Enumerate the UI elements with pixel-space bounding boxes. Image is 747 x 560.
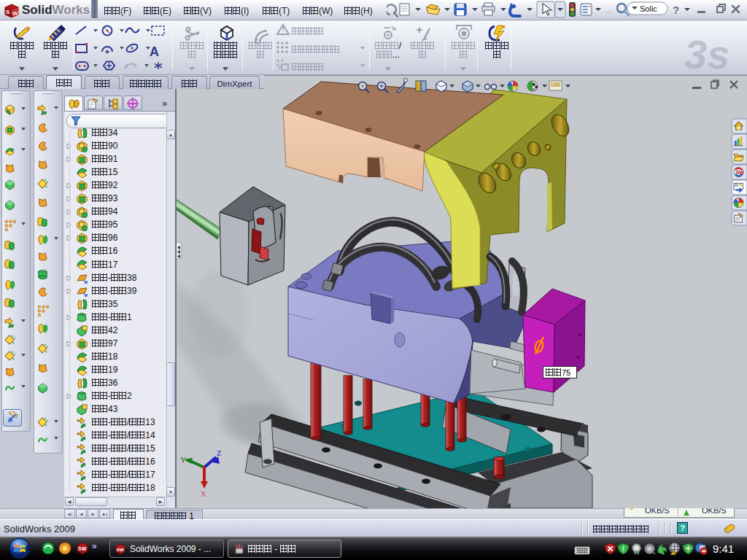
svg-text:Y: Y bbox=[180, 455, 186, 464]
svg-text:SW: SW bbox=[736, 170, 744, 175]
svg-text:!: ! bbox=[673, 551, 673, 555]
svg-text:?: ? bbox=[673, 4, 679, 16]
svg-text:»: » bbox=[92, 541, 97, 551]
svg-text:W: W bbox=[12, 10, 18, 17]
svg-text:S: S bbox=[6, 9, 10, 15]
svg-text:SW: SW bbox=[117, 547, 124, 552]
svg-text:SW: SW bbox=[78, 546, 87, 551]
svg-text:Z: Z bbox=[217, 448, 222, 457]
svg-text:X: X bbox=[201, 489, 206, 498]
svg-text:...: ... bbox=[605, 6, 612, 15]
svg-text:Solic: Solic bbox=[640, 4, 657, 13]
svg-text:A: A bbox=[150, 44, 159, 59]
